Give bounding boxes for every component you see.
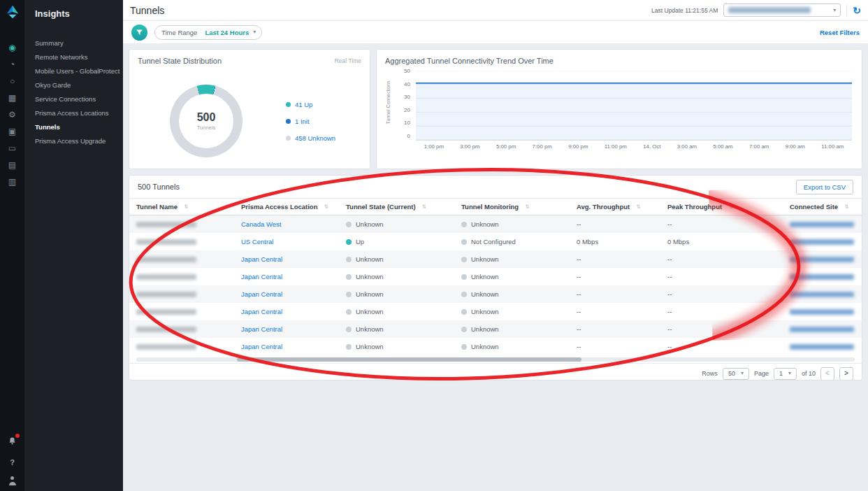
state-dot-icon xyxy=(346,327,352,332)
filter-bar: Time Range Last 24 Hours ▾ Reset Filters xyxy=(123,21,868,43)
connected-site-redacted[interactable] xyxy=(790,327,854,332)
horizontal-scrollbar[interactable] xyxy=(136,357,855,362)
location-link[interactable]: Japan Central xyxy=(241,343,282,350)
insights-icon[interactable]: ◉ xyxy=(8,43,15,52)
connected-site-redacted[interactable] xyxy=(790,309,854,315)
table-header-row: Tunnel Name⇅Prisma Access Location⇅Tunne… xyxy=(129,198,862,215)
table-row[interactable]: US CentralUpNot Configured0 Mbps0 Mbps xyxy=(129,233,862,250)
monitor-icon[interactable]: ○ xyxy=(10,77,15,85)
help-icon[interactable]: ? xyxy=(10,458,15,467)
sidebar-item-service-connections[interactable]: Service Connections xyxy=(35,92,117,106)
reports-icon[interactable]: ▥ xyxy=(8,178,16,186)
location-link[interactable]: US Central xyxy=(241,238,273,246)
scrollbar-thumb[interactable] xyxy=(237,357,581,362)
state-label: Up xyxy=(356,238,364,246)
sidebar-item-prisma-access-upgrade[interactable]: Prisma Access Upgrade xyxy=(35,134,117,148)
location-link[interactable]: Japan Central xyxy=(241,290,282,298)
sidebar-item-summary[interactable]: Summary xyxy=(35,36,117,50)
sidebar-item-mobile-users-globalprotect[interactable]: Mobile Users - GlobalProtect xyxy=(35,64,117,78)
state-dot-icon xyxy=(346,292,352,297)
table-row[interactable]: Japan CentralUnknownUnknown---- xyxy=(129,338,862,355)
tunnel-name-cell xyxy=(129,250,234,268)
sidebar-item-okyo-garde[interactable]: Okyo Garde xyxy=(35,78,117,92)
peak-throughput-cell: -- xyxy=(660,268,783,285)
donut-total: 500 xyxy=(197,111,216,124)
refresh-icon[interactable]: ↻ xyxy=(853,6,861,15)
app-logo-icon[interactable] xyxy=(5,4,20,20)
sidebar-item-remote-networks[interactable]: Remote Networks xyxy=(35,50,117,64)
table-row[interactable]: Japan CentralUnknownUnknown---- xyxy=(129,303,862,320)
tunnel-name-cell xyxy=(129,303,234,320)
next-page-button[interactable]: > xyxy=(839,367,853,380)
avg-throughput-cell: -- xyxy=(570,285,660,303)
location-link[interactable]: Japan Central xyxy=(241,255,282,263)
x-axis-ticks: 1:00 pm3:00 pm5:00 pm7:00 pm9:00 pm11:00… xyxy=(416,143,852,150)
column-header-avg-throughput[interactable]: Avg. Throughput⇅ xyxy=(570,199,660,215)
connected-site-redacted[interactable] xyxy=(790,239,854,245)
time-range-select[interactable]: Time Range Last 24 Hours ▾ xyxy=(154,25,262,40)
rows-per-page-select[interactable]: 50 ▾ xyxy=(723,368,749,380)
column-header-tunnel-state-current[interactable]: Tunnel State (Current)⇅ xyxy=(339,199,454,215)
sidebar-item-prisma-access-locations[interactable]: Prisma Access Locations xyxy=(35,106,117,120)
peak-throughput-cell: -- xyxy=(660,320,783,338)
location-link[interactable]: Canada West xyxy=(241,220,281,228)
prev-page-button[interactable]: < xyxy=(820,367,834,380)
reset-filters-link[interactable]: Reset Filters xyxy=(820,29,860,36)
column-header-tunnel-name[interactable]: Tunnel Name⇅ xyxy=(129,199,234,215)
location-link[interactable]: Japan Central xyxy=(241,325,282,333)
sidebar-item-tunnels[interactable]: Tunnels xyxy=(35,120,117,134)
legend-item[interactable]: 1 Init xyxy=(286,118,335,125)
table-row[interactable]: Japan CentralUnknownUnknown---- xyxy=(129,320,862,338)
x-tick: 7:00 am xyxy=(749,143,769,150)
connected-site-redacted[interactable] xyxy=(790,274,854,280)
export-csv-button[interactable]: Export to CSV xyxy=(796,180,853,194)
connected-site-redacted[interactable] xyxy=(790,222,854,227)
legend-item[interactable]: 458 Unknown xyxy=(286,134,335,142)
devices-icon[interactable]: ▭ xyxy=(8,144,16,152)
connected-site-redacted[interactable] xyxy=(790,257,854,262)
tunnel-monitoring-cell: Unknown xyxy=(454,268,570,285)
filter-button[interactable] xyxy=(131,24,147,41)
dashboard-icon[interactable]: ◔ xyxy=(10,60,15,69)
column-header-tunnel-monitoring[interactable]: Tunnel Monitoring⇅ xyxy=(454,199,570,215)
monitoring-label: Unknown xyxy=(471,255,499,263)
table-row[interactable]: Japan CentralUnknownUnknown---- xyxy=(129,250,862,268)
windows-icon[interactable]: ▣ xyxy=(8,127,16,136)
table-row[interactable]: Japan CentralUnknownUnknown---- xyxy=(129,268,862,285)
tunnel-monitoring-cell: Not Configured xyxy=(454,233,570,250)
connected-site-redacted[interactable] xyxy=(790,292,854,297)
page-select[interactable]: 1 ▾ xyxy=(774,368,797,380)
user-profile-icon[interactable] xyxy=(8,476,17,485)
y-tick: 0 xyxy=(407,133,410,139)
tenant-selector[interactable]: ▾ xyxy=(723,3,841,17)
location-link[interactable]: Japan Central xyxy=(241,308,282,315)
peak-throughput-cell: -- xyxy=(660,250,783,268)
column-header-connected-site[interactable]: Connected Site⇅ xyxy=(783,199,862,215)
location-cell: Japan Central xyxy=(234,303,339,320)
tunnel-name-redacted xyxy=(136,274,196,280)
workflows-icon[interactable]: ▦ xyxy=(8,94,16,102)
x-tick: 7:00 pm xyxy=(533,143,552,150)
column-header-prisma-access-location[interactable]: Prisma Access Location⇅ xyxy=(234,199,339,215)
legend-item[interactable]: 41 Up xyxy=(286,101,335,108)
y-axis-label: Tunnel Connections xyxy=(386,76,391,129)
connected-site-cell xyxy=(783,320,862,338)
location-link[interactable]: Japan Central xyxy=(241,273,282,280)
legend-label: 458 Unknown xyxy=(295,134,335,142)
settings-icon[interactable]: ⚙ xyxy=(8,111,16,119)
monitoring-label: Unknown xyxy=(471,343,499,350)
notifications-icon[interactable] xyxy=(8,436,17,448)
sort-icon: ⇅ xyxy=(184,204,188,210)
tunnel-state-cell: Up xyxy=(339,233,454,250)
table-row[interactable]: Japan CentralUnknownUnknown---- xyxy=(129,285,862,303)
tunnel-monitoring-cell: Unknown xyxy=(454,285,570,303)
connected-site-cell xyxy=(783,338,862,355)
column-header-peak-throughput[interactable]: Peak Throughput⇅ xyxy=(660,199,783,215)
apps-icon[interactable]: ▤ xyxy=(8,161,16,169)
state-label: Unknown xyxy=(356,343,384,350)
main-content: Tunnels Last Update 11:21:55 AM ▾ ↻ Time… xyxy=(123,0,868,491)
tunnel-state-cell: Unknown xyxy=(339,303,454,320)
table-row[interactable]: Canada WestUnknownUnknown---- xyxy=(129,215,862,233)
connected-site-redacted[interactable] xyxy=(790,344,854,350)
avg-throughput-cell: -- xyxy=(570,338,660,355)
